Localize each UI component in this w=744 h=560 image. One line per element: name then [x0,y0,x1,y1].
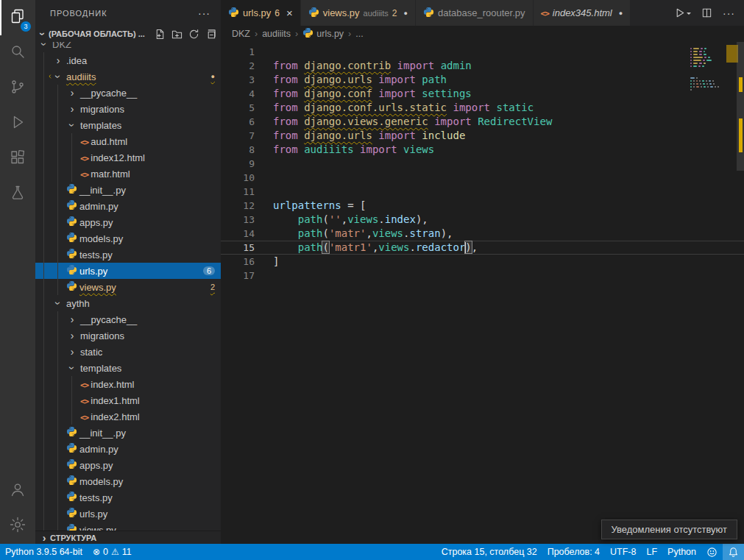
code-text[interactable]: path('matr1',views.redactor), [273,241,478,255]
tree-item-migrations[interactable]: ›migrations [35,327,221,344]
code-text[interactable]: from django.urls import path [273,73,447,87]
tree-item-index2.html[interactable]: <>index2.html [35,408,221,425]
activity-run-debug[interactable] [0,106,35,141]
notifications-bell[interactable] [723,544,744,560]
activity-account[interactable] [0,473,35,508]
tree-item-models.py[interactable]: models.py [35,473,221,489]
tree-item-index.html[interactable]: <>index.html [35,376,221,392]
python-interpreter[interactable]: Python 3.9.5 64-bit [0,544,88,560]
tree-item-__pycache__[interactable]: ›__pycache__ [35,311,221,327]
code-editor[interactable]: 12from django.contrib import admin3from … [221,42,744,544]
code-text[interactable]: from django.conf.urls.static import stat… [273,101,534,115]
tree-item-admin.py[interactable]: admin.py [35,441,221,457]
tree-item-__init__.py[interactable]: __init__.py [35,425,221,441]
code-text[interactable]: from audiiits import views [273,143,434,157]
tree-item-matr.html[interactable]: <>matr.html [35,166,221,182]
encoding[interactable]: UTF-8 [605,544,641,560]
tree-item-__pycache__[interactable]: ›__pycache__ [35,85,221,101]
cursor-position[interactable]: Строка 15, столбец 32 [436,544,542,560]
tree-item-views.py[interactable]: views.py [35,522,221,531]
new-folder-icon[interactable] [171,29,183,40]
minimap[interactable] [690,45,736,95]
tab-urls.py[interactable]: urls.py6× [221,0,300,26]
activity-settings[interactable] [0,508,35,544]
chevron-right-icon[interactable]: › [66,87,78,99]
collapse-all-icon[interactable] [205,29,216,40]
tree-item-templates[interactable]: ›templates [35,360,221,376]
run-icon[interactable] [674,7,691,18]
tree-item-apps.py[interactable]: apps.py [35,214,221,230]
tree-item-tests.py[interactable]: tests.py [35,247,221,263]
chevron-right-icon[interactable]: › [66,313,78,325]
search-icon [9,43,26,63]
tree-item-DKZ[interactable]: ›DKZ [35,42,221,52]
chevron-down-icon[interactable]: › [66,119,78,131]
tree-item-label: matr.html [91,169,130,180]
code-text[interactable]: urlpatterns = [ [273,199,366,213]
tree-item-index1.html[interactable]: <>index1.html [35,392,221,408]
tab-database_roouter.py[interactable]: database_roouter.py [416,0,533,26]
code-text[interactable]: from django.urls import include [273,129,465,143]
tree-item-admin.py[interactable]: admin.py [35,198,221,214]
chevron-right-icon[interactable]: › [66,330,78,341]
chevron-down-icon[interactable]: › [52,71,64,82]
breadcrumb-item-urls.py[interactable]: urls.py [302,27,344,40]
breadcrumb-item-...[interactable]: ... [355,29,363,39]
breadcrumb-item-DKZ[interactable]: DKZ [232,29,250,39]
breadcrumb-item-audiiits[interactable]: audiiits [262,29,291,39]
new-file-icon[interactable] [155,29,166,40]
modified-dot: ● [619,10,623,17]
code-text[interactable]: from django.conf import settings [273,87,472,101]
minimap-token [715,86,716,88]
refresh-icon[interactable] [188,29,199,40]
tree-item-index12.html[interactable]: <>index12.html [35,149,221,166]
activity-extensions[interactable] [0,141,35,177]
code-text[interactable]: ] [273,255,279,269]
tree-item-apps.py[interactable]: apps.py [35,457,221,473]
tree-item-migrations[interactable]: ›migrations [35,101,221,117]
overview-ruler[interactable] [737,42,744,544]
code-text[interactable]: path('matr',views.stran), [273,227,453,241]
feedback-icon[interactable] [701,544,723,560]
problems-indicator[interactable]: ⊗0⚠11 [88,544,137,560]
code-text[interactable]: from django.views.generic import Redirec… [273,115,552,129]
language-mode[interactable]: Python [662,544,701,560]
tree-item-.idea[interactable]: ›.idea [35,52,221,68]
code-text[interactable]: from django.contrib import admin [273,59,472,73]
close-icon[interactable]: × [286,8,293,18]
code-line: 15 path('matr1',views.redactor), [221,241,744,255]
tree-item-static[interactable]: ›static [35,344,221,360]
code-text[interactable]: path('',views.index), [273,213,428,227]
outline-section-header[interactable]: › СТРУКТУРА [35,531,221,544]
tree-item-models.py[interactable]: models.py [35,230,221,247]
tree-item-views.py[interactable]: views.py2 [35,279,221,295]
indentation[interactable]: Пробелов: 4 [542,544,605,560]
activity-testing[interactable] [0,177,35,212]
tree-item-urls.py[interactable]: urls.py6 [35,263,221,279]
minimap-line [690,89,736,91]
workspace-section-header[interactable]: › (РАБОЧАЯ ОБЛАСТЬ) ... [35,26,221,42]
chevron-down-icon[interactable]: › [66,362,78,374]
eol[interactable]: LF [641,544,662,560]
chevron-right-icon[interactable]: › [66,103,78,115]
chevron-down-icon[interactable]: › [38,42,50,50]
activity-source-control[interactable] [0,71,35,106]
tab-index345.html[interactable]: <>index345.html● [534,0,631,26]
tree-item-templates[interactable]: ›templates [35,117,221,133]
activity-explorer[interactable]: 3 [0,0,35,35]
split-editor-icon[interactable] [701,7,712,18]
tree-item-tests.py[interactable]: tests.py [35,489,221,506]
activity-search[interactable] [0,35,35,71]
tree-item-audiiits[interactable]: ›audiiits● [35,68,221,85]
more-actions-icon[interactable]: ··· [723,7,735,19]
more-actions-icon[interactable]: ··· [198,7,210,19]
tab-views.py[interactable]: views.pyaudiiits2● [301,0,415,26]
tree-item-urls.py[interactable]: urls.py [35,506,221,522]
chevron-right-icon[interactable]: › [52,54,64,66]
chevron-down-icon[interactable]: › [52,297,64,309]
tree-item-aythh[interactable]: ›aythh [35,295,221,311]
chevron-right-icon[interactable]: › [66,346,78,358]
tree-item-aud.html[interactable]: <>aud.html [35,133,221,149]
tree-item-__init__.py[interactable]: __init__.py [35,182,221,198]
breadcrumb-label: urls.py [316,29,344,39]
